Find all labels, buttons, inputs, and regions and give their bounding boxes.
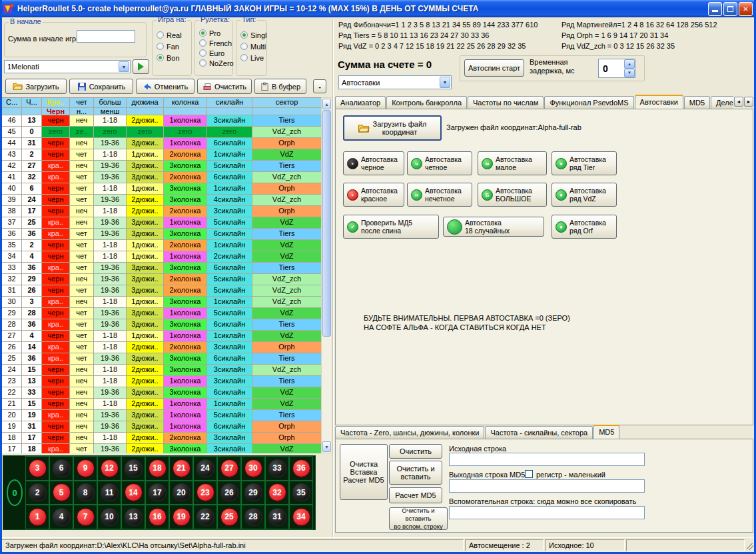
- stake-button-ряд-tier[interactable]: ●Автоставка ряд Tier: [552, 151, 617, 175]
- radio-singl[interactable]: Singl: [240, 29, 266, 41]
- column-header[interactable]: сектор: [252, 98, 321, 108]
- scroll-up-button[interactable]: ▲: [322, 99, 331, 109]
- board-number-12[interactable]: 12: [97, 456, 121, 481]
- table-row[interactable]: 2415черннеч1-182дюжи..3колонка3сиклайнVd…: [2, 365, 321, 376]
- board-number-34[interactable]: 34: [289, 505, 313, 529]
- column-header[interactable]: колонка: [164, 98, 207, 108]
- stake-button-нечетное[interactable]: нАвтоставка нечетное: [407, 183, 472, 207]
- stake-button-малое[interactable]: мАвтоставка малое: [478, 151, 547, 175]
- table-row[interactable]: 3817черннеч1-182дюжи..2колонка3сиклайнOr…: [2, 206, 321, 217]
- radio-bon[interactable]: Bon: [157, 52, 191, 63]
- resize-grip[interactable]: [747, 543, 753, 550]
- board-number-6[interactable]: 6: [49, 456, 73, 481]
- table-row[interactable]: 3336кра..чет19-363дюжи..3колонка6сиклайн…: [2, 263, 321, 274]
- table-row[interactable]: 4613черннеч1-182дюжи..1колонка3сиклайнTi…: [2, 115, 321, 127]
- tab-функционал-psevdoms[interactable]: Функционал PsevdoMS: [544, 96, 633, 109]
- board-number-32[interactable]: 32: [265, 481, 289, 505]
- board-number-13[interactable]: 13: [121, 505, 145, 529]
- md5-clear-insert-button[interactable]: Очистить и вставить: [389, 461, 442, 485]
- tab-делени[interactable]: Делени: [711, 96, 733, 109]
- table-row[interactable]: 432чернчет1-181дюжи..2колонка1сиклайнVdZ: [2, 149, 321, 161]
- board-number-11[interactable]: 11: [97, 481, 121, 505]
- tab-контроль-банкролла[interactable]: Контроль банкролла: [386, 96, 467, 109]
- table-row[interactable]: 1817черннеч1-182дюжи..2колонка3сиклайнOr…: [2, 433, 321, 444]
- radio-real[interactable]: Real: [157, 29, 191, 41]
- table-row[interactable]: 3924чернчет19-362дюжи..3колонка4сиклайнV…: [2, 195, 321, 206]
- column-header[interactable]: чет: [70, 98, 94, 108]
- tab-scroll-left-button[interactable]: ◄: [734, 97, 743, 107]
- board-number-31[interactable]: 31: [265, 505, 289, 529]
- table-row[interactable]: 274чернчет1-181дюжи..1колонка1сиклайнVdZ: [2, 331, 321, 342]
- table-row[interactable]: 1931черннеч19-363дюжи..1колонка6сиклайнO…: [2, 421, 321, 433]
- minus-button[interactable]: -: [313, 79, 326, 93]
- board-number-7[interactable]: 7: [73, 505, 97, 529]
- board-number-1[interactable]: 1: [25, 505, 49, 529]
- minimize-button[interactable]: [708, 2, 722, 16]
- table-row[interactable]: 2115черннеч1-182дюжи..1колонка1сиклайнVd…: [2, 399, 321, 410]
- stake-button-четное[interactable]: чАвтоставка четное: [407, 151, 472, 175]
- chevron-down-icon[interactable]: ▼: [440, 77, 450, 88]
- tab-автоставки[interactable]: Автоставки: [635, 95, 683, 109]
- radio-pro[interactable]: Pro: [199, 28, 232, 38]
- table-scrollbar[interactable]: ▲ ▼: [321, 97, 332, 453]
- save-button[interactable]: Сохранить: [69, 79, 133, 94]
- tab-частоты-по-числам[interactable]: Частоты по числам: [468, 96, 544, 109]
- close-button[interactable]: ✕: [739, 2, 753, 16]
- column-header[interactable]: Кра..: [42, 98, 70, 108]
- autospin-start-button[interactable]: Автоспин старт: [464, 59, 524, 77]
- tab-частота-сиклайны-сектора[interactable]: Частота - сиклайны, сектора: [485, 426, 593, 439]
- column-header[interactable]: сиклайн: [207, 98, 252, 108]
- register-checkbox[interactable]: [525, 470, 533, 478]
- start-sum-input[interactable]: [77, 30, 135, 43]
- column-header[interactable]: С...: [2, 98, 22, 108]
- chevron-down-icon[interactable]: ▼: [119, 61, 129, 72]
- play-button[interactable]: [133, 59, 149, 74]
- spinner-up-button[interactable]: ▲: [624, 59, 635, 69]
- board-number-16[interactable]: 16: [145, 505, 169, 529]
- output-string-input[interactable]: [449, 479, 645, 493]
- board-zero[interactable]: 0: [5, 456, 25, 529]
- board-number-36[interactable]: 36: [289, 456, 313, 481]
- clear-insert-aux-button[interactable]: Очистить и вставить во вспом. строку: [389, 507, 448, 530]
- stake-button-ряд-orf[interactable]: ●Автоставка ряд Orf: [552, 215, 617, 239]
- md5-big-button[interactable]: Очистка Вставка Расчет MD5: [340, 444, 388, 500]
- scroll-down-button[interactable]: ▼: [322, 441, 331, 452]
- radio-multi[interactable]: Multi: [240, 41, 266, 52]
- board-number-22[interactable]: 22: [193, 505, 217, 529]
- board-number-10[interactable]: 10: [97, 505, 121, 529]
- table-row[interactable]: 2614кра..чет1-182дюжи..2колонка3сиклайнO…: [2, 342, 321, 353]
- spinner-down-button[interactable]: ▼: [624, 69, 635, 78]
- md5-calc-button[interactable]: Расчет MD5: [389, 487, 442, 503]
- table-row[interactable]: 4227кра..неч19-363дюжи..3колонка5сиклайн…: [2, 161, 321, 172]
- board-number-2[interactable]: 2: [25, 481, 49, 505]
- stake-button-большое[interactable]: БАвтоставка БОЛЬШОЕ: [478, 183, 547, 207]
- table-row[interactable]: 303кра..неч1-181дюжи..3колонка1сиклайнVd…: [2, 297, 321, 308]
- stake-button-черное[interactable]: ▪Автоставка черное: [343, 151, 404, 175]
- stake-button-после-спина[interactable]: ✓Проверить МД5 после спина: [343, 215, 439, 239]
- scroll-thumb[interactable]: [322, 110, 331, 337]
- tab-анализатор[interactable]: Анализатор: [335, 96, 386, 109]
- board-number-21[interactable]: 21: [169, 456, 193, 481]
- undo-button[interactable]: Отменить: [136, 79, 194, 94]
- board-number-17[interactable]: 17: [145, 481, 169, 505]
- table-row[interactable]: 4132кра..чет19-363дюжи..2колонка6сиклайн…: [2, 172, 321, 183]
- table-row[interactable]: 3126чернчет19-363дюжи..2колонка5сиклайнV…: [2, 285, 321, 297]
- md5-clear-button[interactable]: Очистить: [389, 444, 442, 459]
- board-number-4[interactable]: 4: [49, 505, 73, 529]
- tab-scroll-right-button[interactable]: ►: [744, 97, 753, 107]
- board-number-9[interactable]: 9: [73, 456, 97, 481]
- board-number-30[interactable]: 30: [241, 456, 265, 481]
- table-row[interactable]: 450zeroze..zerozerozerozeroVdZ_zch: [2, 127, 321, 138]
- board-number-19[interactable]: 19: [169, 505, 193, 529]
- board-number-15[interactable]: 15: [121, 456, 145, 481]
- tab-частота-zero-шансы-дюжины-колонки[interactable]: Частота - Zero, шансы, дюжины, колонки: [335, 426, 484, 439]
- radio-live[interactable]: Live: [240, 52, 266, 63]
- radio-euro[interactable]: Euro: [199, 48, 232, 58]
- stake-button-18-случайных[interactable]: Автоставка 18 случайных: [443, 217, 544, 237]
- copy-buffer-button[interactable]: В буфер: [254, 79, 306, 94]
- stake-button-красное[interactable]: ▪Автоставка красное: [343, 183, 404, 207]
- source-string-input[interactable]: [449, 453, 645, 466]
- radio-nozero[interactable]: NoZero: [199, 58, 232, 68]
- titlebar[interactable]: HelperRoullet 5.0- create helperroullet@…: [0, 0, 756, 17]
- stake-button-ряд-vdz[interactable]: ●Автоставка ряд VdZ: [552, 183, 617, 207]
